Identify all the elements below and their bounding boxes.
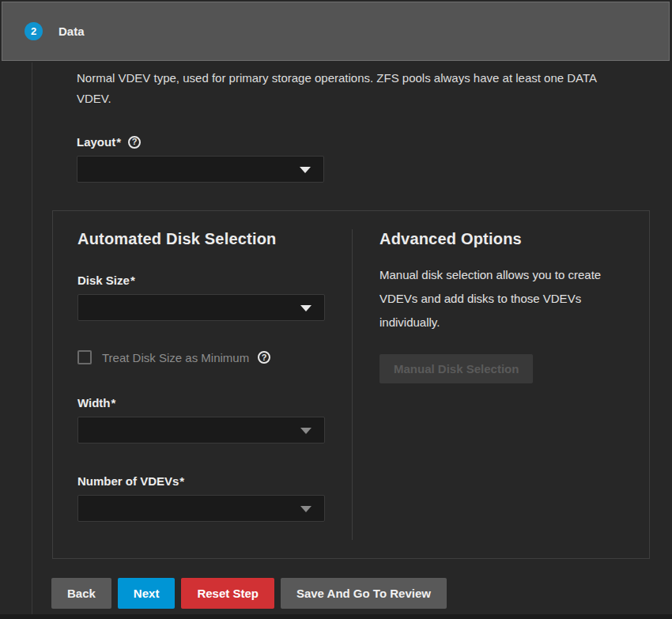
required-marker: *	[179, 474, 184, 488]
manual-disk-selection-button[interactable]: Manual Disk Selection	[379, 354, 533, 383]
required-marker: *	[130, 274, 135, 287]
width-label: Width*	[77, 396, 115, 410]
chevron-down-icon	[300, 167, 311, 173]
disk-size-label: Disk Size*	[77, 274, 135, 287]
step-number-badge: 2	[25, 22, 43, 40]
automated-disk-selection-heading: Automated Disk Selection	[77, 230, 352, 248]
back-button[interactable]: Back	[51, 578, 111, 609]
step-header[interactable]: 2 Data	[2, 2, 670, 61]
advanced-options-heading: Advanced Options	[379, 230, 649, 248]
layout-select[interactable]	[77, 156, 324, 183]
save-and-go-to-review-button[interactable]: Save And Go To Review	[281, 578, 447, 609]
disk-size-select[interactable]	[77, 294, 325, 321]
number-of-vdevs-select[interactable]	[77, 495, 325, 522]
help-icon[interactable]: ?	[258, 351, 270, 364]
required-marker: *	[116, 135, 121, 149]
disk-selection-panel: Automated Disk Selection Disk Size* Trea…	[52, 210, 650, 559]
reset-step-button[interactable]: Reset Step	[181, 578, 274, 609]
advanced-options-description: Manual disk selection allows you to crea…	[379, 263, 621, 334]
step-description: Normal VDEV type, used for primary stora…	[77, 68, 625, 109]
width-select[interactable]	[77, 417, 325, 443]
layout-field: Layout* ?	[77, 135, 672, 183]
number-of-vdevs-field: Number of VDEVs*	[77, 474, 352, 522]
layout-label: Layout*	[77, 135, 121, 149]
chevron-down-icon	[300, 305, 311, 311]
next-button[interactable]: Next	[118, 578, 176, 609]
help-icon[interactable]: ?	[128, 136, 141, 149]
chevron-down-icon	[300, 428, 311, 434]
advanced-options-section: Advanced Options Manual disk selection a…	[353, 211, 649, 558]
automated-disk-selection-section: Automated Disk Selection Disk Size* Trea…	[53, 211, 352, 558]
treat-disk-size-label: Treat Disk Size as Minimum	[102, 351, 249, 364]
treat-disk-size-row: Treat Disk Size as Minimum ?	[77, 350, 352, 364]
width-field: Width*	[77, 396, 352, 443]
step-title: Data	[59, 25, 85, 38]
treat-disk-size-checkbox[interactable]	[77, 350, 92, 364]
disk-size-field: Disk Size*	[77, 274, 352, 321]
wizard-actions: Back Next Reset Step Save And Go To Revi…	[51, 578, 672, 609]
bottom-strip	[0, 614, 672, 619]
chevron-down-icon	[300, 506, 311, 512]
number-of-vdevs-label: Number of VDEVs*	[77, 474, 184, 488]
required-marker: *	[111, 396, 116, 410]
